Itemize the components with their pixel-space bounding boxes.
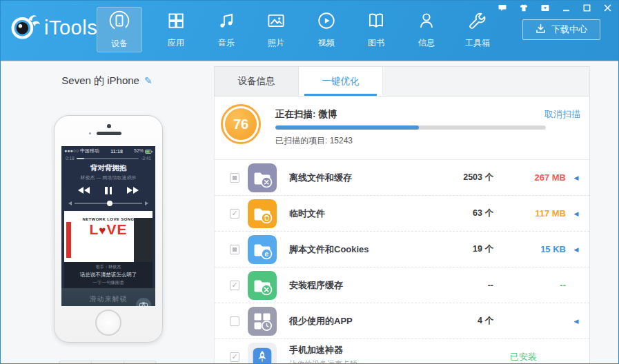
row-count: 2503 个	[424, 172, 493, 183]
nav-label: 工具箱	[465, 37, 490, 49]
row-checkbox[interactable]	[230, 281, 239, 290]
download-center-button[interactable]: 下载中心	[522, 19, 600, 40]
phone-speaker	[97, 132, 121, 135]
minimize-button[interactable]	[562, 3, 571, 12]
row-title: 手机加速神器	[289, 344, 424, 356]
cleanup-row-5[interactable]: 手机加速神器让你的设备远离卡顿已安装	[215, 339, 589, 364]
row-text: 临时文件	[289, 208, 424, 220]
tab-one-key-optimize[interactable]: 一键优化	[299, 67, 383, 96]
row-title: 脚本文件和Cookies	[289, 243, 424, 256]
phone-status-bar: ●●●○○ 中国移动 11:18 52%	[61, 146, 155, 155]
tab-device-info[interactable]: 设备信息	[215, 67, 299, 96]
active-tab-underline	[304, 94, 377, 96]
row-checkbox[interactable]	[230, 352, 239, 362]
maximize-icon	[582, 3, 591, 12]
menu-button[interactable]	[540, 3, 550, 12]
menu-box-icon	[540, 3, 550, 12]
cleanup-list: 离线文件和缓存2503 个267 MB◀临时文件63 个117 MB◀e脚本文件…	[215, 160, 589, 364]
nav-label: 设备	[111, 38, 128, 50]
nav-item-7[interactable]: 工具箱	[455, 7, 500, 52]
close-button[interactable]	[603, 3, 612, 12]
playback-progress: 0:18 -3:41	[61, 155, 155, 161]
rocket-icon	[248, 343, 277, 364]
home-button	[95, 310, 121, 336]
device-icon	[108, 10, 130, 34]
book-icon	[366, 10, 386, 34]
expand-triangle-icon[interactable]: ◀	[571, 318, 581, 325]
rewind-icon	[78, 187, 90, 194]
row-checkbox[interactable]	[230, 173, 239, 183]
tab-strip: 设备信息 一键优化	[214, 66, 590, 97]
nav-item-2[interactable]: 音乐	[204, 7, 249, 52]
main-nav: 设备应用音乐照片视频图书信息工具箱	[97, 7, 500, 52]
expand-triangle-icon[interactable]: ◀	[571, 174, 581, 181]
minimize-icon	[562, 3, 571, 12]
nav-item-1[interactable]: 应用	[153, 7, 199, 52]
phone-camera-dot	[107, 124, 111, 128]
folder-tools-icon	[248, 271, 277, 300]
scan-score: 76	[233, 117, 248, 132]
toolbox-icon	[467, 10, 488, 34]
bottom-segmented-control[interactable]	[59, 361, 157, 364]
row-text: 离线文件和缓存	[289, 172, 424, 184]
optimize-panel: 76 正在扫描: 微博 取消扫描 已扫描的项目: 15243 离线文件和缓存25…	[214, 97, 590, 364]
music-icon	[216, 10, 237, 34]
nav-item-4[interactable]: 视频	[304, 7, 349, 52]
cleanup-row-4[interactable]: 很少使用的APP4 个◀	[215, 303, 589, 339]
row-subtitle: 让你的设备远离卡顿	[289, 359, 424, 364]
tshirt-icon	[519, 3, 529, 12]
cleanup-row-1[interactable]: 临时文件63 个117 MB◀	[215, 196, 589, 232]
expand-triangle-icon[interactable]: ◀	[571, 210, 581, 217]
row-title: 离线文件和缓存	[289, 172, 424, 184]
apps-clock-icon	[248, 307, 277, 336]
edit-device-name-icon[interactable]: ✎	[144, 75, 153, 86]
volume-min-icon	[68, 201, 72, 205]
expand-triangle-icon[interactable]: ◀	[571, 246, 581, 253]
row-checkbox[interactable]	[230, 209, 239, 219]
row-checkbox[interactable]	[230, 245, 239, 254]
app-logo: iTools	[10, 11, 97, 44]
nav-label: 信息	[418, 37, 435, 49]
pause-icon	[105, 187, 112, 194]
volume-knob	[107, 201, 112, 206]
cleanup-row-0[interactable]: 离线文件和缓存2503 个267 MB◀	[215, 160, 589, 196]
apps-icon	[166, 10, 186, 34]
row-text: 很少使用的APP	[289, 315, 424, 327]
row-size: 267 MB	[493, 172, 566, 183]
song-title: 背对背拥抱	[61, 163, 155, 173]
player-controls	[61, 185, 155, 195]
feedback-button[interactable]	[498, 3, 507, 12]
cleanup-row-3[interactable]: 安装程序缓存----	[215, 267, 589, 303]
row-status: 已安装	[493, 351, 566, 363]
skin-button[interactable]	[519, 3, 529, 12]
close-icon	[603, 3, 612, 12]
cancel-scan-link[interactable]: 取消扫描	[544, 108, 580, 121]
contact-icon	[416, 10, 437, 34]
svg-text:e: e	[264, 250, 268, 257]
device-name: Seven 的 iPhone	[61, 74, 139, 86]
folder-trash-icon	[248, 199, 277, 228]
nav-item-3[interactable]: 照片	[253, 7, 299, 52]
scan-score-circle: 76	[221, 104, 261, 144]
phone-screen: ●●●○○ 中国移动 11:18 52% 0:18 -3:41 背对背拥抱 林俊…	[61, 146, 155, 306]
phone-sensor-dot	[89, 132, 91, 134]
maximize-button[interactable]	[582, 3, 591, 12]
nav-item-6[interactable]: 信息	[404, 7, 449, 52]
app-title: iTools	[44, 17, 97, 39]
app-header: iTools 设备应用音乐照片视频图书信息工具箱 下载中心	[0, 0, 619, 61]
cleanup-row-2[interactable]: e脚本文件和Cookies19 个15 KB◀	[215, 232, 589, 267]
scan-progress-bar	[275, 125, 546, 130]
nav-label: 照片	[268, 37, 284, 49]
row-checkbox[interactable]	[230, 316, 239, 326]
fast-forward-icon	[127, 187, 139, 194]
row-title: 很少使用的APP	[289, 315, 424, 327]
nav-label: 音乐	[218, 37, 235, 49]
scan-progress-fill	[275, 125, 419, 130]
folder-x-icon	[248, 163, 277, 192]
device-name-row: Seven 的 iPhone✎	[0, 74, 214, 88]
window-controls	[498, 3, 615, 12]
volume-max-icon	[145, 201, 148, 205]
row-size: 15 KB	[493, 244, 566, 254]
nav-item-0[interactable]: 设备	[97, 7, 142, 52]
nav-item-5[interactable]: 图书	[353, 7, 399, 52]
